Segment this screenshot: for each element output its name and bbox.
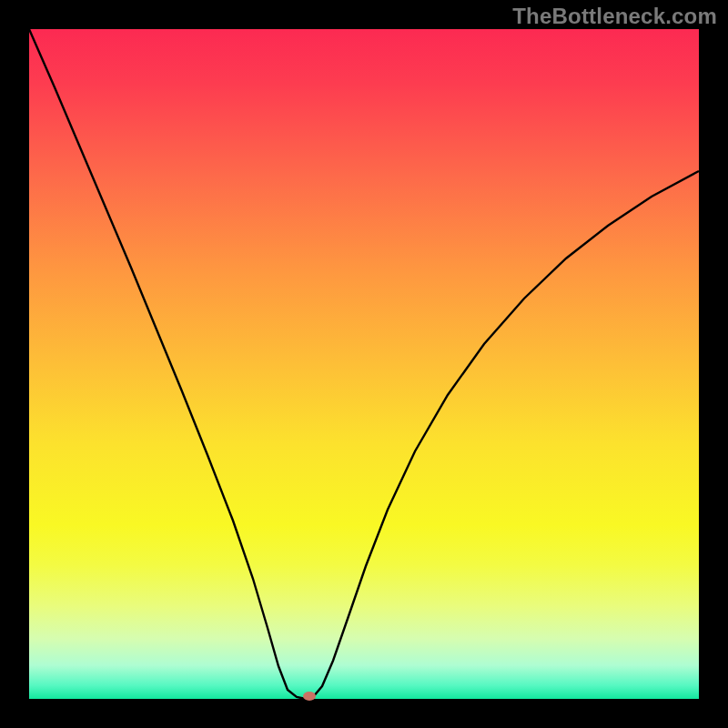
chart-container: TheBottleneck.com [0, 0, 728, 728]
watermark-text: TheBottleneck.com [512, 4, 717, 29]
curve-line [29, 29, 699, 699]
bottleneck-curve [29, 29, 699, 699]
plot-area [29, 29, 699, 699]
optimal-point-marker [303, 692, 316, 701]
